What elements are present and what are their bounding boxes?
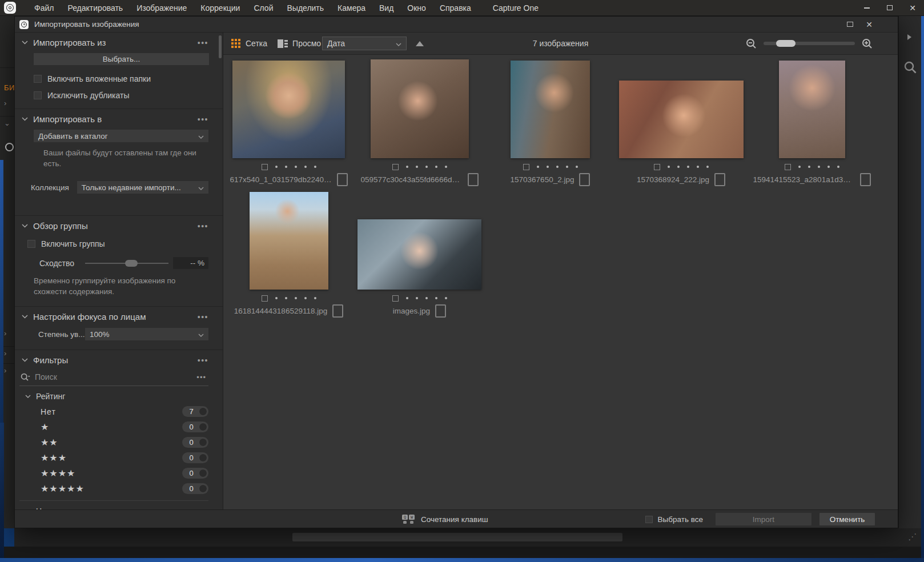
dialog-close-icon[interactable]: ✕ [866,20,873,29]
exclude-duplicates-checkbox[interactable] [34,91,42,99]
chevron-down-icon[interactable] [22,315,28,319]
menu-layer[interactable]: Слой [247,0,280,16]
image-filename: 1618144443186529118.jpg [234,307,327,315]
menu-help[interactable]: Справка [433,0,478,16]
section-filters: Фильтры ••• ••• Рейтинг [15,350,223,509]
grid-view-label[interactable]: Сетка [246,39,267,48]
zoom-out-icon[interactable] [746,38,757,49]
image-select-checkbox[interactable] [860,173,871,186]
image-select-checkbox[interactable] [714,173,725,186]
cancel-button[interactable]: Отменить [819,513,875,525]
import-button[interactable]: Import [716,513,811,525]
image-thumbnail[interactable] [779,61,845,158]
include-subfolders-checkbox[interactable] [34,75,42,83]
image-cell: images.jpg [354,192,485,318]
sort-by-dropdown[interactable]: Дата [322,37,407,50]
chevron-down-icon[interactable] [22,224,28,228]
viewer-icon[interactable] [278,39,288,48]
menu-edit[interactable]: Редактировать [61,0,130,16]
dialog-maximize-icon[interactable] [847,22,853,27]
maximize-button[interactable] [878,0,901,16]
menu-adjustments[interactable]: Коррекции [194,0,247,16]
section-title: Обзор группы [33,221,88,231]
chevron-right-icon[interactable]: › [4,99,6,107]
rating-count-toggle[interactable]: 0 [182,437,208,448]
select-all-checkbox[interactable] [645,516,653,523]
search-icon[interactable] [903,61,917,74]
image-select-checkbox[interactable] [435,304,446,318]
resize-grip-icon[interactable]: ⋰ [908,532,917,542]
more-options-icon[interactable]: ••• [198,222,215,231]
image-select-checkbox[interactable] [579,173,590,186]
menu-view[interactable]: Вид [372,0,400,16]
thumbnail-size-slider[interactable] [764,42,855,45]
chevron-down-icon[interactable] [22,41,28,45]
chevron-right-icon[interactable]: › [4,349,6,358]
menu-camera[interactable]: Камера [331,0,372,16]
chevron-down-icon[interactable] [22,358,28,362]
image-thumbnail[interactable] [250,192,328,290]
rating-count-toggle[interactable]: 7 [182,406,208,417]
zoom-in-icon[interactable] [862,38,873,49]
image-thumbnail[interactable] [619,81,744,158]
image-select-checkbox[interactable] [332,304,343,318]
star-icons: ★★ [41,437,58,448]
rating-filter-row: ★★ 0 [15,435,223,450]
search-icon[interactable] [21,373,30,382]
section-title: Импортировать из [33,38,106,47]
menu-image[interactable]: Изображение [130,0,194,16]
similarity-value-field[interactable]: -- % [173,257,208,269]
rating-count-toggle[interactable]: 0 [182,422,208,432]
image-select-checkbox[interactable] [337,173,348,186]
rating-none-icon[interactable] [392,164,399,170]
choose-source-button[interactable]: Выбрать... [34,53,209,65]
destination-dropdown[interactable]: Добавить в каталог [34,130,208,142]
panel-scrollbar-thumb[interactable] [219,35,222,58]
similarity-slider[interactable] [85,263,168,264]
menu-select[interactable]: Выделить [280,0,331,16]
chevron-right-icon[interactable]: › [4,329,6,338]
rating-none-icon[interactable] [262,164,268,170]
image-thumbnail[interactable] [232,61,345,158]
background-library-tab[interactable]: БИ [4,83,14,92]
slider-thumb[interactable] [125,260,138,267]
more-options-icon[interactable]: ••• [198,38,215,47]
more-options-icon[interactable]: ••• [198,356,215,365]
search-input[interactable] [35,372,192,382]
dialog-titlebar[interactable]: Импортировать изображения ✕ [15,17,898,33]
panel-expand-icon[interactable] [907,34,911,40]
image-thumbnail[interactable] [371,59,469,158]
close-button[interactable]: ✕ [901,0,924,16]
rating-count-toggle[interactable]: 0 [182,452,208,463]
image-thumbnail[interactable] [511,61,590,158]
collection-dropdown[interactable]: Только недавние импорти... [77,181,208,194]
chevron-down-icon[interactable] [25,395,31,398]
rating-count-toggle[interactable]: 0 [182,483,208,494]
menu-window[interactable]: Окно [400,0,433,16]
rating-none-icon[interactable] [392,295,399,302]
chevron-right-icon[interactable]: › [4,366,6,375]
rating-none-icon[interactable] [654,164,660,170]
image-select-checkbox[interactable] [468,173,479,186]
horizontal-scrollbar[interactable] [292,533,622,541]
slider-thumb[interactable] [776,40,796,47]
chevron-down-icon[interactable]: ⌄ [4,119,10,127]
more-options-icon[interactable]: ••• [196,373,206,382]
menu-file[interactable]: Файл [27,0,61,16]
sort-ascending-icon[interactable] [416,41,424,46]
more-options-icon[interactable]: ••• [198,312,215,322]
minimize-button[interactable] [855,0,878,16]
rating-none-icon[interactable] [523,164,529,170]
similarity-label: Сходство [39,259,85,268]
image-thumbnail[interactable] [357,219,481,290]
chevron-down-icon[interactable] [22,117,28,121]
keyboard-shortcuts-button[interactable]: QW Сочетания клавиш [402,510,488,528]
rating-none-icon[interactable] [785,164,791,170]
rating-none-icon[interactable] [262,295,268,302]
grid-view-icon[interactable] [231,39,241,49]
rating-count-toggle[interactable]: 0 [182,468,208,479]
zoom-level-dropdown[interactable]: 100% [85,328,208,340]
more-options-icon[interactable]: ••• [198,115,215,124]
viewer-label[interactable]: Просмо [292,39,321,48]
enable-groups-checkbox[interactable] [27,240,35,248]
